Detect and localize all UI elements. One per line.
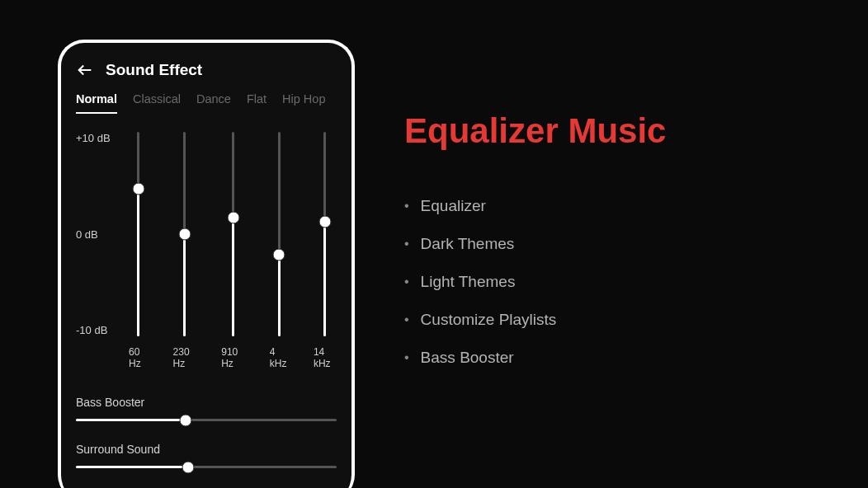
eq-slider[interactable] — [232, 132, 234, 336]
eq-band-14khz: 14 kHz — [314, 132, 337, 369]
tab-dance[interactable]: Dance — [196, 92, 231, 114]
feature-item: •Customize Playlists — [404, 301, 818, 339]
headline: Equalizer Music — [404, 111, 818, 151]
feature-item: •Light Themes — [404, 263, 818, 301]
tab-flat[interactable]: Flat — [247, 92, 267, 114]
slider-thumb[interactable] — [132, 183, 144, 195]
header: Sound Effect — [76, 61, 337, 79]
equalizer-area: +10 dB 0 dB -10 dB 60 Hz 23 — [76, 132, 337, 369]
freq-label: 910 Hz — [221, 346, 245, 369]
surround-sound-control: Surround Sound — [76, 443, 337, 468]
slider-thumb[interactable] — [273, 248, 285, 260]
bass-slider[interactable] — [76, 419, 337, 421]
slider-thumb[interactable] — [178, 228, 191, 241]
eq-slider[interactable] — [323, 132, 326, 336]
db-mid: 0 dB — [76, 228, 117, 241]
db-bottom: -10 dB — [76, 324, 117, 336]
tab-hiphop[interactable]: Hip Hop — [282, 92, 325, 114]
freq-label: 230 Hz — [173, 346, 197, 369]
freq-label: 4 kHz — [270, 346, 289, 369]
feature-item: •Bass Booster — [404, 339, 818, 377]
marketing-panel: Equalizer Music •Equalizer •Dark Themes … — [355, 0, 868, 488]
eq-slider[interactable] — [183, 132, 186, 336]
db-scale: +10 dB 0 dB -10 dB — [76, 132, 117, 336]
eq-slider[interactable] — [137, 132, 139, 336]
back-arrow-icon[interactable] — [76, 61, 94, 79]
eq-sliders: 60 Hz 230 Hz 910 Hz — [122, 132, 337, 369]
bass-booster-label: Bass Booster — [76, 396, 337, 409]
bullet-icon: • — [404, 312, 409, 327]
eq-band-4khz: 4 kHz — [270, 132, 289, 369]
bullet-icon: • — [404, 350, 409, 365]
bullet-icon: • — [404, 274, 409, 289]
surround-slider[interactable] — [76, 466, 337, 468]
tab-classical[interactable]: Classical — [133, 92, 181, 114]
feature-list: •Equalizer •Dark Themes •Light Themes •C… — [404, 187, 818, 377]
phone-mockup: Sound Effect Normal Classical Dance Flat… — [58, 40, 355, 488]
feature-item: •Dark Themes — [404, 225, 818, 263]
slider-thumb[interactable] — [227, 212, 239, 224]
bass-booster-control: Bass Booster — [76, 396, 337, 421]
surround-sound-label: Surround Sound — [76, 443, 337, 456]
slider-thumb[interactable] — [318, 216, 331, 228]
phone-screen: Sound Effect Normal Classical Dance Flat… — [58, 40, 355, 488]
freq-label: 14 kHz — [314, 346, 337, 369]
bullet-icon: • — [404, 199, 409, 214]
eq-band-230hz: 230 Hz — [173, 132, 197, 369]
db-top: +10 dB — [76, 132, 117, 144]
eq-slider[interactable] — [278, 132, 281, 336]
feature-item: •Equalizer — [404, 187, 818, 225]
slider-thumb[interactable] — [182, 461, 194, 473]
tab-normal[interactable]: Normal — [76, 92, 117, 114]
eq-band-910hz: 910 Hz — [221, 132, 245, 369]
slider-thumb[interactable] — [179, 414, 191, 426]
bullet-icon: • — [404, 237, 409, 251]
eq-band-60hz: 60 Hz — [129, 132, 149, 369]
freq-label: 60 Hz — [129, 346, 149, 369]
preset-tabs: Normal Classical Dance Flat Hip Hop — [76, 92, 337, 114]
page-title: Sound Effect — [106, 61, 202, 79]
